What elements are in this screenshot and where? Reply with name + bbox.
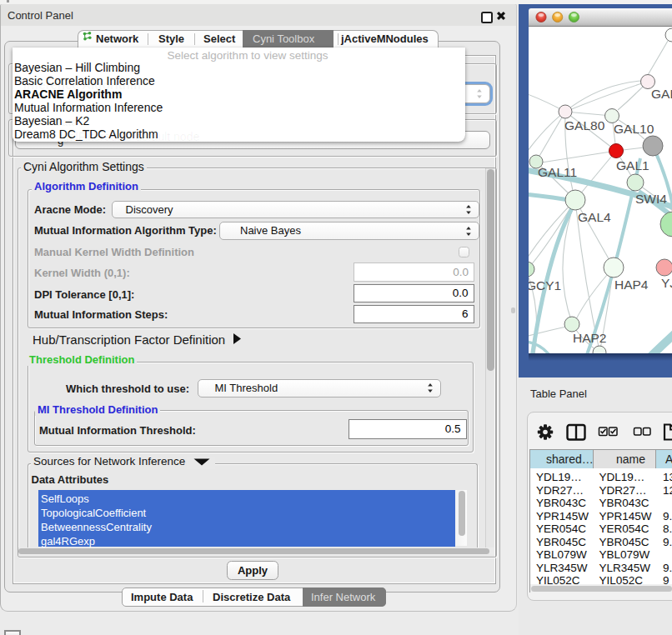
svg-text:GAL80: GAL80: [564, 118, 605, 132]
svg-text:GAL10: GAL10: [614, 122, 654, 136]
svg-text:GAL11: GAL11: [538, 165, 577, 179]
svg-text:GCY1: GCY1: [529, 278, 561, 292]
svg-text:HAP4: HAP4: [614, 278, 649, 292]
svg-text:HAP2: HAP2: [573, 331, 607, 345]
svg-text:GAL7: GAL7: [651, 87, 672, 101]
svg-text:GAL1: GAL1: [616, 158, 649, 172]
svg-text:GAL4: GAL4: [578, 210, 611, 224]
svg-text:YJ: YJ: [661, 276, 672, 290]
svg-text:SWI4: SWI4: [635, 192, 667, 206]
